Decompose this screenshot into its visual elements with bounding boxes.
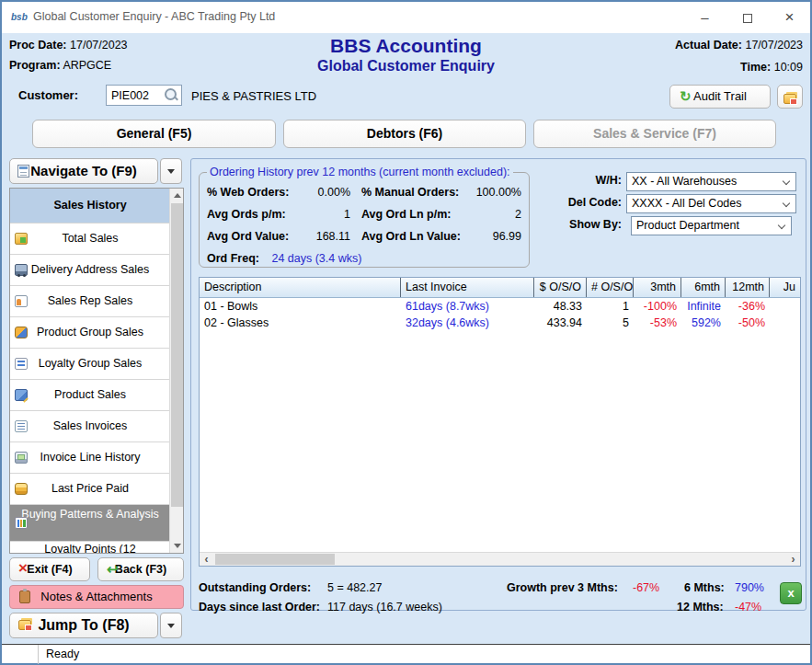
list-item-loyalty-points[interactable]: Loyalty Points (12 — [10, 542, 170, 553]
field-label: Avg Ords p/m: — [207, 204, 297, 224]
navigate-dropdown-button[interactable] — [160, 158, 182, 184]
days-since-label: Days since last Order: — [199, 598, 320, 616]
sales-rep-icon — [15, 295, 28, 307]
list-item-label: Product Sales — [54, 388, 126, 401]
list-item-sales-history[interactable]: Sales History — [10, 189, 170, 224]
cell-6mth: 592% — [681, 315, 726, 331]
main-panel: Ordering History prev 12 months (current… — [190, 158, 806, 611]
report-icon — [15, 233, 28, 245]
show-by-select[interactable]: Product Department — [631, 216, 792, 235]
column-header-jul[interactable]: Ju — [770, 278, 800, 297]
navigate-to-button[interactable]: Navigate To (F9) — [9, 158, 158, 184]
horizontal-scrollbar[interactable]: ‹ › — [200, 552, 800, 566]
scroll-up-icon[interactable] — [170, 189, 184, 202]
cell-6mth: Infinite — [681, 298, 726, 315]
sales-grid: Description Last Invoice $ O/S/O # O/S/O… — [199, 277, 801, 567]
cell-12mth: -36% — [726, 298, 770, 315]
list-item-label: Product Group Sales — [37, 326, 143, 338]
maximize-button[interactable] — [726, 2, 768, 33]
list-item-label: Total Sales — [62, 232, 118, 245]
exit-x-icon: × — [18, 557, 28, 579]
del-code-label: Del Code: — [568, 196, 622, 209]
table-row[interactable]: 02 - Glasses 32days (4.6wks) 433.94 5 -5… — [200, 315, 800, 331]
navigation-list-items: Sales History Total Sales Delivery Addre… — [10, 189, 170, 553]
list-item-invoice-line-history[interactable]: Invoice Line History — [10, 442, 170, 474]
register-icon — [15, 452, 28, 464]
table-row[interactable]: 01 - Bowls 61days (8.7wks) 48.33 1 -100%… — [200, 298, 800, 315]
summary-row-2: Days since last Order: 117 days (16.7 we… — [199, 598, 800, 616]
application-window: bsb Global Customer Enquiry - ABC Tradin… — [0, 0, 812, 665]
time-value: 10:09 — [774, 61, 803, 74]
ord-freq-row: Ord Freq: 24 days (3.4 wks) — [200, 248, 529, 269]
list-scrollbar[interactable] — [169, 189, 183, 553]
ordering-history-row: Avg Ords p/m: 1 Avg Ord Ln p/m: 2 — [200, 204, 529, 224]
list-item-loyalty-group-sales[interactable]: Loyalty Group Sales — [10, 349, 170, 380]
open-folder-button[interactable] — [777, 85, 803, 109]
time: Time: 10:09 — [740, 61, 803, 74]
bar-chart-icon — [15, 517, 28, 529]
column-header-3mth[interactable]: 3mth — [634, 278, 681, 297]
del-code-selected-value: XXXX - All Del Codes — [632, 197, 742, 210]
scroll-right-icon[interactable]: › — [786, 553, 800, 567]
notes-attachments-button[interactable]: Notes & Attachments — [9, 585, 184, 609]
export-excel-button[interactable]: x — [780, 582, 802, 604]
list-item-product-group-sales[interactable]: Product Group Sales — [10, 317, 170, 349]
loyalty-checklist-icon — [15, 358, 28, 370]
list-item-last-price-paid[interactable]: Last Price Paid — [10, 474, 170, 505]
chevron-down-icon — [778, 222, 785, 229]
cell-oso-value: 48.33 — [534, 298, 587, 315]
close-button[interactable]: × — [769, 2, 810, 33]
back-arrow-icon: ↩ — [107, 558, 119, 580]
chevron-down-icon — [783, 200, 790, 207]
list-item-sales-invoices[interactable]: Sales Invoices — [10, 411, 170, 442]
column-header-count-oso[interactable]: # O/S/O — [587, 278, 634, 297]
growth-12mth-label: 12 Mths: — [677, 598, 724, 616]
list-item-label: Sales Invoices — [53, 419, 128, 432]
scrollbar-thumb[interactable] — [215, 554, 335, 565]
del-code-select[interactable]: XXXX - All Del Codes — [626, 194, 796, 213]
scroll-left-icon[interactable]: ‹ — [200, 553, 213, 567]
scroll-down-icon[interactable] — [170, 539, 184, 553]
column-header-dollar-oso[interactable]: $ O/S/O — [534, 278, 587, 297]
jump-dropdown-button[interactable] — [160, 613, 182, 638]
show-by-selected-value: Product Department — [636, 219, 739, 232]
status-cell — [2, 645, 39, 664]
header: Proc Date: 17/07/2023 Program: ARPGCE BB… — [2, 33, 810, 116]
customer-label: Customer: — [18, 88, 78, 102]
exit-button[interactable]: × Exit (F4) — [9, 557, 90, 581]
list-item-buying-patterns[interactable]: Buying Patterns & Analysis — [10, 505, 170, 542]
list-item-total-sales[interactable]: Total Sales — [10, 224, 170, 255]
tab-debtors[interactable]: Debtors (F6) — [283, 120, 526, 148]
column-header-description[interactable]: Description — [200, 278, 401, 297]
list-item-label: Invoice Line History — [40, 451, 140, 464]
scrollbar-thumb[interactable] — [171, 203, 183, 507]
form-icon — [17, 165, 29, 178]
warehouse-selected-value: XX - All Warehouses — [632, 175, 737, 188]
customer-search-icon[interactable] — [164, 87, 178, 102]
growth-6mth-label: 6 Mths: — [684, 579, 725, 597]
customer-name: PIES & PASTRIES LTD — [191, 89, 316, 103]
minimize-button[interactable]: – — [684, 2, 726, 33]
cell-oso-count: 1 — [587, 298, 634, 315]
growth-3mth-label: Growth prev 3 Mths: — [507, 579, 618, 597]
column-header-12mth[interactable]: 12mth — [726, 278, 770, 297]
actual-date-label: Actual Date: — [675, 39, 742, 52]
exit-label: Exit (F4) — [27, 563, 72, 576]
tab-general[interactable]: General (F5) — [32, 120, 276, 148]
audit-trail-button[interactable]: ↻ Audit Trail — [669, 85, 771, 109]
cell-oso-value: 433.94 — [534, 315, 587, 331]
warehouse-select[interactable]: XX - All Warehouses — [626, 172, 796, 191]
app-logo-icon: bsb — [11, 9, 29, 26]
jump-to-button[interactable]: Jump To (F8) — [9, 613, 158, 638]
list-item-product-sales[interactable]: Product Sales — [10, 380, 170, 411]
field-label: % Manual Orders: — [361, 182, 475, 202]
column-header-6mth[interactable]: 6mth — [681, 278, 726, 297]
back-button[interactable]: ↩ Back (F3) — [97, 557, 184, 581]
field-value: 1 — [297, 204, 350, 224]
list-item-label: Delivery Address Sales — [31, 263, 150, 276]
actual-date: Actual Date: 17/07/2023 — [675, 39, 803, 52]
list-item-delivery-address-sales[interactable]: Delivery Address Sales — [10, 255, 170, 286]
list-item-sales-rep-sales[interactable]: Sales Rep Sales — [10, 286, 170, 317]
package-icon — [15, 389, 28, 401]
column-header-last-invoice[interactable]: Last Invoice — [401, 278, 534, 297]
